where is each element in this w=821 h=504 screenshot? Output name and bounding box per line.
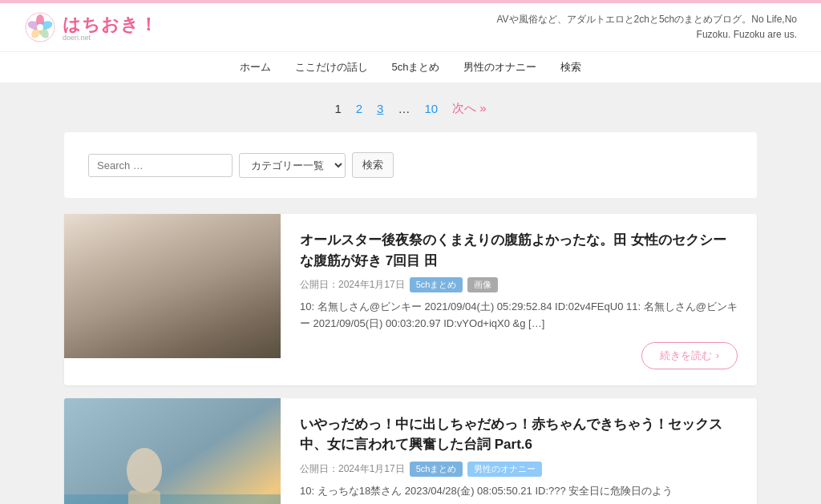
chevron-right-icon: › xyxy=(716,349,719,361)
logo-area: はちおき！ doeri.net xyxy=(24,11,158,43)
article-meta: 公開日：2024年1月17日 5chまとめ 男性のオナニー xyxy=(300,462,738,477)
article-date: 公開日：2024年1月17日 xyxy=(300,278,405,292)
site-header: はちおき！ doeri.net AVや風俗など、アダルトエロと2chと5chのま… xyxy=(0,3,821,52)
article-body: いやっだめっ！中に出しちゃだめっ！赤ちゃんできちゃう！セックス中、女に言われて興… xyxy=(281,398,757,504)
page-10[interactable]: 10 xyxy=(421,100,441,117)
svg-point-6 xyxy=(37,24,43,30)
search-row: カテゴリー一覧 5chまとめ 男性のオナニー ここだけの話し 画像 検索 xyxy=(88,152,733,178)
tag-image: 画像 xyxy=(467,277,498,292)
article-excerpt: 10: えっちな18禁さん 2023/04/28(金) 08:05:50.21 … xyxy=(300,483,738,500)
svg-rect-11 xyxy=(156,330,172,354)
page-3[interactable]: 3 xyxy=(374,100,386,117)
pagination: 1 2 3 … 10 次へ » xyxy=(0,83,821,132)
page-next[interactable]: 次へ » xyxy=(449,99,490,118)
svg-rect-7 xyxy=(64,214,281,358)
article-thumbnail xyxy=(64,214,281,358)
nav-home[interactable]: ホーム xyxy=(240,60,271,75)
svg-rect-12 xyxy=(172,330,188,354)
main-nav: ホーム ここだけの話し 5chまとめ 男性のオナニー 検索 xyxy=(0,52,821,83)
page-ellipsis: … xyxy=(394,100,413,117)
nav-male[interactable]: 男性のオナニー xyxy=(463,60,536,75)
thumb-image xyxy=(64,214,281,358)
article-meta: 公開日：2024年1月17日 5chまとめ 画像 xyxy=(300,277,738,292)
page-1[interactable]: 1 xyxy=(331,100,344,117)
article-title: いやっだめっ！中に出しちゃだめっ！赤ちゃんできちゃう！セックス中、女に言われて興… xyxy=(300,414,738,455)
svg-rect-14 xyxy=(64,398,281,504)
tag-male: 男性のオナニー xyxy=(467,462,542,477)
logo-sub: doeri.net xyxy=(63,34,158,42)
search-input[interactable] xyxy=(88,154,233,177)
article-card: いやっだめっ！中に出しちゃだめっ！赤ちゃんできちゃう！セックス中、女に言われて興… xyxy=(64,398,757,504)
read-more-button[interactable]: 続きを読む › xyxy=(641,342,738,369)
nav-kokodake[interactable]: ここだけの話し xyxy=(295,60,368,75)
article-thumbnail xyxy=(64,398,281,504)
article-excerpt: 10: 名無しさん@ビンキー 2021/09/04(土) 05:29:52.84… xyxy=(300,299,738,333)
article-body: オールスター後夜祭のくまえりの腹筋よかったな。田 女性のセクシーな腹筋が好き 7… xyxy=(281,214,757,385)
read-more-label: 続きを読む xyxy=(660,349,712,363)
page-2[interactable]: 2 xyxy=(353,100,366,117)
search-box-area: カテゴリー一覧 5chまとめ 男性のオナニー ここだけの話し 画像 検索 xyxy=(64,132,757,198)
tag-5ch: 5chまとめ xyxy=(410,462,463,477)
article-card: オールスター後夜祭のくまえりの腹筋よかったな。田 女性のセクシーな腹筋が好き 7… xyxy=(64,214,757,385)
article-title: オールスター後夜祭のくまえりの腹筋よかったな。田 女性のセクシーな腹筋が好き 7… xyxy=(300,230,738,271)
nav-5ch[interactable]: 5chまとめ xyxy=(392,60,440,75)
svg-rect-15 xyxy=(64,494,281,504)
svg-point-9 xyxy=(150,234,195,290)
thumb-image xyxy=(64,398,281,504)
svg-rect-17 xyxy=(128,490,160,504)
main-content: 1 2 3 … 10 次へ » カテゴリー一覧 5chまとめ 男性のオナニー こ… xyxy=(0,83,821,504)
category-select[interactable]: カテゴリー一覧 5chまとめ 男性のオナニー ここだけの話し 画像 xyxy=(239,153,346,178)
svg-rect-10 xyxy=(152,286,192,334)
svg-rect-8 xyxy=(64,214,281,358)
header-description: AVや風俗など、アダルトエロと2chと5chのまとめブログ。No Life,No… xyxy=(496,12,797,42)
logo-text: はちおき！ xyxy=(63,14,158,34)
nav-search[interactable]: 検索 xyxy=(560,60,581,75)
article-date: 公開日：2024年1月17日 xyxy=(300,462,405,476)
search-button[interactable]: 検索 xyxy=(352,152,394,178)
articles-list: オールスター後夜祭のくまえりの腹筋よかったな。田 女性のセクシーな腹筋が好き 7… xyxy=(64,214,757,504)
tag-5ch: 5chまとめ xyxy=(410,277,463,292)
svg-point-16 xyxy=(127,448,162,493)
logo-icon xyxy=(24,11,56,43)
